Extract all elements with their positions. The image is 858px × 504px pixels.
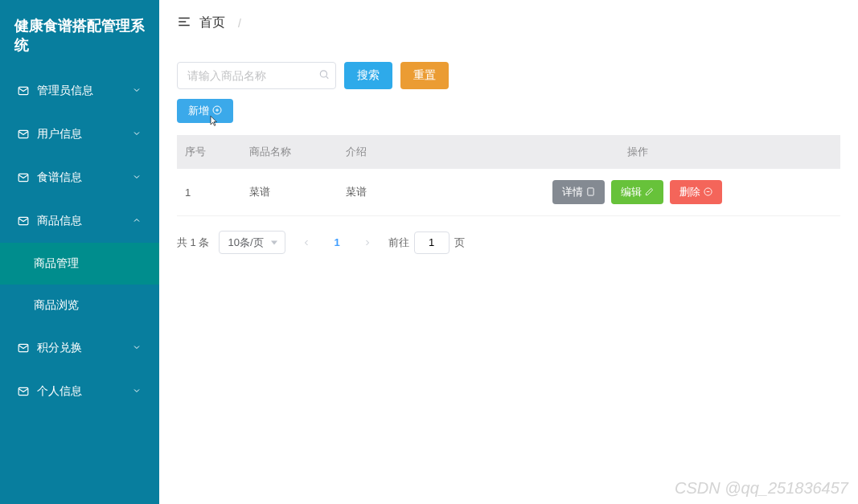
svg-point-9 (320, 71, 326, 77)
sidebar-item-label: 商品管理 (34, 256, 79, 269)
mail-icon (18, 172, 29, 183)
sidebar-item-label: 商品浏览 (34, 298, 79, 311)
pagination: 共 1 条 10条/页 1 前往 页 (177, 231, 840, 254)
delete-button[interactable]: 删除 (670, 180, 722, 204)
tablet-icon (586, 186, 595, 199)
table-row: 1 菜谱 菜谱 详情 编辑 (177, 169, 840, 216)
menu-toggle-icon[interactable] (177, 14, 191, 31)
chevron-down-icon (132, 84, 142, 97)
breadcrumb-sep: / (238, 17, 241, 30)
svg-rect-14 (588, 187, 593, 195)
svg-line-10 (326, 76, 329, 79)
cell-intro: 菜谱 (338, 169, 434, 216)
breadcrumb-home[interactable]: 首页 (199, 14, 225, 31)
page-size-select[interactable]: 10条/页 (219, 231, 285, 254)
minus-circle-icon (704, 186, 712, 199)
mail-icon (18, 85, 29, 96)
delete-label: 删除 (679, 185, 700, 199)
th-ops: 操作 (434, 135, 840, 169)
detail-label: 详情 (562, 185, 583, 199)
edit-button[interactable]: 编辑 (611, 180, 663, 204)
edit-label: 编辑 (621, 185, 642, 199)
add-button-label: 新增 (188, 104, 209, 118)
sidebar-subitem-product-manage[interactable]: 商品管理 (0, 243, 159, 285)
toolbar: 搜索 重置 (177, 62, 840, 89)
sidebar-item-product[interactable]: 商品信息 (0, 199, 159, 243)
sidebar-item-admin[interactable]: 管理员信息 (0, 69, 159, 113)
cell-name: 菜谱 (241, 169, 338, 216)
add-button[interactable]: 新增 (177, 99, 233, 123)
prev-page-button[interactable] (295, 232, 318, 254)
th-name: 商品名称 (241, 135, 338, 169)
chevron-down-icon (132, 342, 142, 354)
page-goto: 前往 页 (388, 232, 465, 254)
mail-icon (18, 129, 29, 140)
table-header-row: 序号 商品名称 介绍 操作 (177, 135, 840, 169)
search-button[interactable]: 搜索 (344, 62, 392, 89)
data-table: 序号 商品名称 介绍 操作 1 菜谱 菜谱 详情 (177, 135, 840, 216)
sidebar-item-profile[interactable]: 个人信息 (0, 370, 159, 413)
goto-suffix: 页 (454, 236, 465, 250)
sidebar-item-label: 食谱信息 (37, 170, 82, 185)
next-page-button[interactable] (356, 232, 379, 254)
total-text: 共 1 条 (177, 236, 209, 250)
sidebar-subitem-product-browse[interactable]: 商品浏览 (0, 285, 159, 326)
sidebar-item-points[interactable]: 积分兑换 (0, 326, 159, 370)
chevron-down-icon (132, 385, 142, 398)
chevron-up-icon (132, 215, 142, 227)
app-title: 健康食谱搭配管理系统 (0, 0, 159, 69)
watermark: CSDN @qq_251836457 (675, 479, 848, 498)
sidebar-item-label: 用户信息 (37, 127, 82, 141)
chevron-down-icon (132, 128, 142, 141)
sidebar-item-label: 管理员信息 (37, 84, 93, 98)
goto-input[interactable] (414, 232, 450, 254)
cell-ops: 详情 编辑 删除 (434, 169, 840, 216)
main-content: 首页 / 搜索 重置 新增 序号 (159, 0, 858, 504)
current-page[interactable]: 1 (327, 236, 346, 248)
goto-prefix: 前往 (388, 236, 409, 250)
sidebar-item-label: 个人信息 (37, 384, 82, 399)
mail-icon (18, 342, 29, 354)
edit-icon (645, 186, 654, 199)
topbar: 首页 / (159, 0, 858, 46)
plus-circle-icon (212, 105, 222, 117)
sidebar-item-label: 积分兑换 (37, 341, 82, 355)
th-intro: 介绍 (338, 135, 434, 169)
search-icon (318, 69, 330, 83)
cell-index: 1 (177, 169, 241, 216)
sidebar: 健康食谱搭配管理系统 管理员信息 用户信息 食谱信息 商品信息 商品管理 商品浏… (0, 0, 159, 504)
search-wrap (177, 62, 336, 89)
search-input[interactable] (177, 62, 336, 89)
sidebar-item-label: 商品信息 (37, 214, 82, 228)
chevron-down-icon (132, 171, 142, 184)
reset-button[interactable]: 重置 (400, 62, 449, 89)
mail-icon (18, 215, 29, 227)
th-index: 序号 (177, 135, 241, 169)
detail-button[interactable]: 详情 (552, 180, 605, 204)
sidebar-item-user[interactable]: 用户信息 (0, 113, 159, 156)
mail-icon (18, 386, 29, 397)
sidebar-item-recipe[interactable]: 食谱信息 (0, 156, 159, 199)
